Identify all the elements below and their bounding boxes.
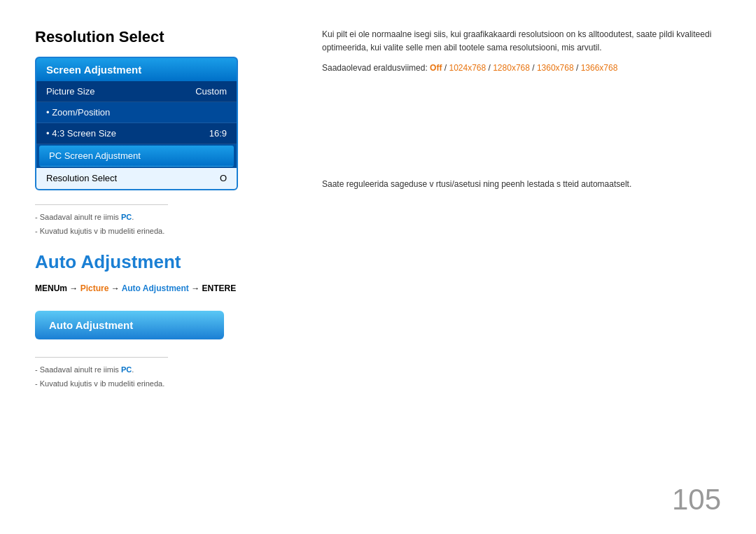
note-2: - Kuvatud kujutis v ib mudeliti erineda. (35, 226, 287, 237)
note-pc-2: PC (121, 365, 132, 374)
menu-path: MENUm → Picture → Auto Adjustment → ENTE… (35, 283, 287, 293)
menu-item-label: PC Screen Adjustment (49, 150, 141, 161)
note-4: - Kuvatud kujutis v ib mudeliti erineda. (35, 379, 287, 389)
menu-item-resolution-select[interactable]: Resolution Select O (36, 168, 237, 189)
auto-adjustment-button[interactable]: Auto Adjustment (35, 311, 224, 339)
available-label: Saadaolevad eraldusviimed: (322, 63, 430, 73)
resolution-description: Kui pilt ei ole normaalne isegi siis, ku… (322, 28, 721, 55)
menu-item-value: O (220, 173, 227, 183)
res-1: 1024x768 (449, 63, 486, 73)
resolutions-available: Saadaolevad eraldusviimed: Off / 1024x76… (322, 63, 721, 73)
menu-item-label: Picture Size (46, 86, 94, 97)
left-column: Resolution Select Screen Adjustment Pict… (35, 28, 301, 506)
menu-item-43-screen[interactable]: • 4:3 Screen Size 16:9 (36, 123, 237, 144)
auto-adjustment-title: Auto Adjustment (35, 251, 287, 273)
menu-item-label: Resolution Select (46, 173, 117, 183)
menu-path-auto-adjustment: Auto Adjustment (122, 283, 189, 293)
menu-item-value: Custom (195, 86, 227, 97)
menu-item-picture-size[interactable]: Picture Size Custom (36, 81, 237, 102)
auto-adjustment-button-label: Auto Adjustment (49, 319, 133, 331)
menu-item-value: 16:9 (209, 128, 227, 139)
divider-2 (35, 357, 168, 358)
res-4: 1366x768 (581, 63, 618, 73)
res-3: 1360x768 (537, 63, 574, 73)
res-separator-4: / (576, 63, 581, 73)
screen-adjustment-menu: Screen Adjustment Picture Size Custom • … (35, 57, 238, 190)
menu-item-zoom[interactable]: • Zoom/Position (36, 102, 237, 123)
menu-path-menu: MENUm (35, 283, 67, 293)
menu-path-picture: Picture (80, 283, 109, 293)
resolution-title: Resolution Select (35, 28, 287, 46)
res-off: Off (430, 63, 442, 73)
menu-path-enter: ENTER (202, 283, 231, 293)
note-pc-1: PC (121, 213, 132, 221)
auto-adjustment-description: Saate reguleerida sageduse v rtusi/asetu… (322, 178, 637, 191)
note-3: - Saadaval ainult re iimis PC. (35, 365, 287, 375)
resolution-section: Resolution Select Screen Adjustment Pict… (35, 28, 287, 237)
arrow-1: → (69, 283, 80, 293)
menu-path-e: E (230, 283, 236, 293)
menu-item-label: • Zoom/Position (46, 107, 110, 118)
right-column: Kui pilt ei ole normaalne isegi siis, ku… (301, 28, 721, 506)
res-separator-3: / (532, 63, 537, 73)
menu-item-label: • 4:3 Screen Size (46, 128, 116, 139)
menu-header: Screen Adjustment (36, 58, 237, 81)
arrow-2: → (111, 283, 122, 293)
divider-1 (35, 204, 168, 205)
page-number: 105 (672, 483, 721, 517)
res-2: 1280x768 (493, 63, 530, 73)
menu-item-pc-screen[interactable]: PC Screen Adjustment (39, 146, 234, 167)
auto-adjustment-section: Auto Adjustment MENUm → Picture → Auto A… (35, 251, 287, 390)
note-1: - Saadaval ainult re iimis PC. (35, 212, 287, 223)
arrow-3: → (191, 283, 202, 293)
